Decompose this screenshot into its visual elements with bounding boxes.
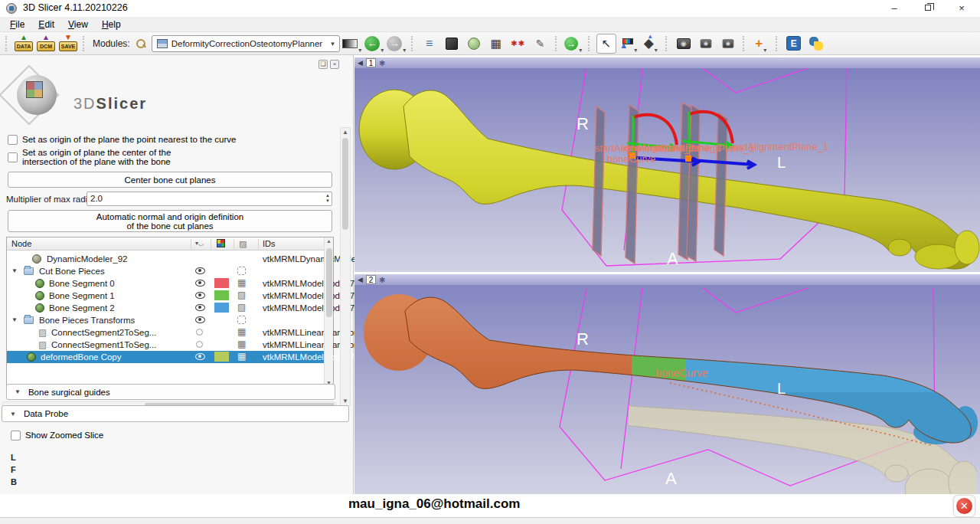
expander-icon[interactable]: ▼ [11,316,18,323]
color-column-icon[interactable] [217,239,225,247]
pin-icon[interactable]: ◀ [358,276,363,283]
color-swatch[interactable] [214,303,229,313]
menu-edit[interactable]: Edit [31,18,61,31]
restore-button[interactable] [911,0,945,17]
node-column-header[interactable]: Node [11,239,31,248]
visibility-eye-icon[interactable] [195,316,205,323]
transforms-button[interactable]: → ▾ [564,34,583,54]
minimize-button[interactable]: – [877,0,911,17]
spin-up-icon[interactable]: ▲ [325,193,330,198]
module-search-icon[interactable] [136,38,146,49]
extensions-manager-button[interactable]: E [784,34,804,54]
center-intersection-checkbox[interactable] [8,152,18,162]
scroll-down-icon[interactable]: ▼ [341,398,350,404]
control-point[interactable] [685,156,691,162]
transform-column-icon[interactable]: ▨ [239,239,247,249]
visibility-eye-icon[interactable] [195,304,205,311]
visibility-eye-icon[interactable] [195,280,205,287]
tree-row-bone-pieces-transforms[interactable]: ▼ Bone Pieces Transforms [7,314,325,326]
interaction-mode-cursor-button[interactable]: ↖ [596,34,616,54]
grid-icon[interactable]: ▦ [237,339,246,349]
load-dicom-button[interactable]: ▲ DCM [36,34,56,54]
clone-dashed-icon[interactable] [237,316,246,324]
data-probe-section[interactable]: ▼ Data Probe [2,405,349,422]
scroll-thumb[interactable] [342,138,348,230]
segmentations-button[interactable] [464,34,484,54]
view2-canvas[interactable]: boneCurve R L A [354,285,980,494]
view1-canvas[interactable]: startAlignmentPlane_2 endAlignmentPlane_… [354,68,980,272]
visibility-column-icon[interactable]: ▾◡ [195,240,204,247]
toolbar-grip [555,36,559,51]
watermark-close-button[interactable]: ✕ [954,496,975,516]
undock-panel-icon[interactable]: ❏ [318,60,328,69]
pin-icon[interactable]: ◀ [358,59,363,67]
volume-rendering-button[interactable] [442,34,462,54]
probe-row-b: B [11,477,17,486]
python-console-button[interactable] [806,34,826,54]
grid-icon[interactable]: ▦ [237,352,246,362]
grid-icon[interactable]: ▦ [237,327,246,337]
subject-hierarchy-button[interactable]: ≡ [420,34,439,54]
tree-row-cut-bone-pieces[interactable]: ▼ Cut Bone Pieces [7,265,325,277]
show-zoomed-slice-checkbox[interactable] [11,431,21,440]
save-button[interactable]: ▼ SAVE [58,34,78,54]
close-panel-icon[interactable]: × [330,60,339,69]
spin-down-icon[interactable]: ▼ [325,198,330,204]
bone-surgical-guides-section[interactable]: ▼ Bone surgical guides [6,384,335,400]
screenshot-button[interactable]: ◉ [674,34,694,54]
visibility-off-icon[interactable] [196,329,203,336]
tree-row-dynamicmodeler[interactable]: DynamicModeler_92 vtkMRMLDynamicModelerN… [7,253,325,265]
auto-normal-origin-button[interactable]: Automatic normal and origin definition o… [8,210,332,232]
tree-row-connect-segment1[interactable]: ▨ ConnectSegment1ToSeg... ▦ vtkMRMLLinea… [7,339,325,351]
scene-view-button[interactable]: ◉ [696,34,716,54]
tree-row-bone-segment-2[interactable]: Bone Segment 2 ▨ vtkMRMLModelNode173 [7,302,325,314]
color-swatch[interactable] [214,290,229,300]
scroll-up-icon[interactable]: ▲ [325,238,333,244]
visibility-off-icon[interactable] [196,341,203,348]
segment-editor-button[interactable]: ▦ [486,34,506,54]
place-fiducial-button[interactable]: ▲ ▾ [619,34,639,54]
visibility-eye-icon[interactable] [195,292,205,299]
load-data-button[interactable]: ▲ DATA [14,34,34,54]
visibility-eye-icon[interactable] [195,267,205,274]
center-bone-cut-planes-button[interactable]: Center bone cut planes [8,172,332,188]
tilted-grid-icon[interactable]: ▨ [237,303,246,313]
place-roi-button[interactable]: ◆ ▾ [641,34,661,54]
threed-view-1[interactable]: ◀ 1 ✱ [354,57,980,272]
annotations-button[interactable]: ✎ [531,34,550,54]
tree-row-bone-segment-1[interactable]: Bone Segment 1 ▨ vtkMRMLModelNode172 [7,290,325,302]
multiplier-spinbox[interactable]: 2.0 ▲▼ [87,192,332,206]
tree-row-deformedbone-copy-selected[interactable]: deformedBone Copy ▦ vtkMRMLModelNode174 [7,351,325,363]
restore-scene-view-button[interactable]: ◉ [718,34,738,54]
visibility-eye-icon[interactable] [195,353,205,360]
menu-help[interactable]: Help [95,18,128,31]
crosshair-button[interactable]: + ▾ [751,34,771,54]
threed-view-2[interactable]: ◀ 2 ✱ [354,274,980,494]
tree-scrollbar[interactable]: ▲ ▼ [324,237,333,386]
close-button[interactable]: × [945,0,978,17]
gear-icon[interactable]: ✱ [379,59,385,67]
window-shade-button[interactable]: ▾ [342,34,362,54]
color-swatch[interactable] [214,352,229,362]
grid-icon[interactable]: ▦ [237,278,246,288]
menu-file[interactable]: File [3,18,31,31]
expander-icon[interactable]: ▼ [11,267,18,274]
color-swatch[interactable] [214,278,229,288]
tree-row-bone-segment-0[interactable]: Bone Segment 0 ▦ vtkMRMLModelNode171 [7,277,325,290]
history-forward-button[interactable]: → ▾ [387,34,407,54]
gear-icon[interactable]: ✱ [379,276,385,284]
scroll-thumb[interactable] [326,248,332,317]
nearest-point-checkbox[interactable] [8,135,18,145]
markups-button[interactable]: ✱✱ [508,34,528,54]
logo-text: 3DSlicer [74,95,147,113]
spinbox-arrows[interactable]: ▲▼ [325,193,330,204]
ids-column-header[interactable]: IDs [263,239,276,248]
module-selector-dropdown[interactable]: DeformityCorrectionOsteotomyPlanner ▾ [152,35,340,52]
menu-view[interactable]: View [61,18,95,31]
tilted-grid-icon[interactable]: ▨ [237,290,246,300]
clone-dashed-icon[interactable] [237,267,246,275]
history-back-button[interactable]: ← ▾ [364,34,384,54]
panel-vertical-scrollbar[interactable]: ▲ ▼ [340,127,351,406]
scroll-up-icon[interactable]: ▲ [341,129,350,136]
tree-row-connect-segment2[interactable]: ▨ ConnectSegment2ToSeg... ▦ vtkMRMLLinea… [7,326,325,339]
